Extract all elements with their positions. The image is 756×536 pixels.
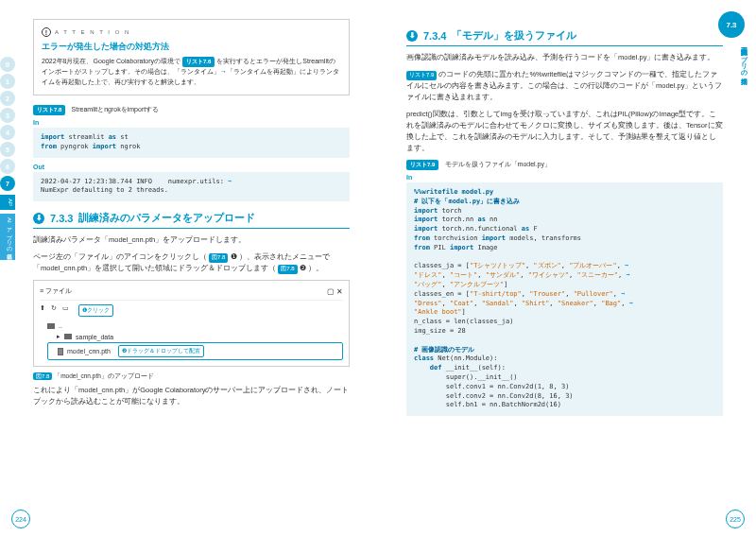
para: 訓練済みパラメータ「model_cnn.pth」をアップロードします。 [33, 234, 350, 246]
attention-box: ! A T T E N T I O N エラーが発生した場合の対処方法 2022… [33, 19, 350, 95]
folder-icon [64, 334, 72, 339]
section-name: 「モデル」を扱うファイル [452, 28, 576, 43]
upload-icon[interactable]: ⬆ [40, 304, 45, 317]
nav-dot: 1 [0, 74, 15, 89]
section-num: 7.3.3 [50, 213, 73, 224]
file-panel-title: ≡ ファイル [40, 286, 72, 296]
text: ❶ [231, 252, 237, 261]
attention-body: 2022年8月現在、Google Colaboratoryの環境で リスト7.6… [42, 57, 341, 87]
code-block-output: 2022-04-27 12:23:38.744 INFO numexpr.uti… [33, 172, 350, 202]
attention-icon: ! [42, 27, 51, 37]
attention-title: エラーが発生した場合の対処方法 [42, 41, 341, 53]
attention-text: 2022年8月現在、Google Colaboratoryの環境で [42, 58, 180, 64]
list-tag: リスト7.9 [406, 160, 438, 170]
file-item[interactable]: ▸ sample_data [47, 331, 343, 342]
corner-badge: 7.3 [718, 11, 745, 38]
section-title: ⬇ 7.3.3 訓練済みのパラメータをアップロード [33, 211, 350, 229]
text: ❷ [300, 264, 306, 272]
nav-dot: 5 [0, 142, 15, 157]
para: これにより「model_cnn.pth」がGoogle Colaboratory… [33, 385, 350, 407]
nav-dot: 6 [0, 159, 15, 174]
file-toolbar: ⬆ ↻ ▭ ❶クリック [40, 304, 343, 317]
para: リスト7.9 のコードの先頭に置かれた%%writefileはマジックコマンドの… [406, 69, 723, 103]
section-icon: ⬇ [33, 213, 44, 224]
fig-ref: 図7.8 [278, 265, 297, 274]
file-item[interactable]: .. [47, 320, 343, 331]
nav-dot: 3 [0, 108, 15, 123]
attention-head: ! A T T E N T I O N [42, 27, 341, 37]
file-tree: .. ▸ sample_data model_cnn.pth ❷ドラッグ＆ドロッ… [40, 320, 343, 360]
fig-num: 図7.8 [33, 372, 52, 380]
side-tab-label: AIアプリの構築と公開 [0, 214, 15, 260]
callout: ❷ドラッグ＆ドロップして配置 [118, 345, 204, 357]
para: ページ左の「ファイル」のアイコンをクリックし（ 図7.8 ❶ ）、表示されたメニ… [33, 251, 350, 274]
out-label: Out [33, 164, 350, 170]
file-name: sample_data [76, 334, 113, 340]
refresh-icon[interactable]: ↻ [51, 304, 57, 317]
close-icon[interactable]: ▢ ✕ [327, 287, 343, 296]
file-item[interactable]: model_cnn.pth ❷ドラッグ＆ドロップして配置 [47, 342, 343, 360]
fig-ref: 図7.8 [209, 253, 228, 263]
in-label: In [406, 174, 723, 181]
para: predict()関数は、引数としてimgを受け取っていますが、これはPIL(P… [406, 109, 723, 154]
page-number: 225 [726, 510, 745, 528]
page-right: 7.3 画像認識アプリの構築 ⬇ 7.3.4 「モデル」を扱うファイル 画像認識… [378, 0, 756, 536]
text: ファイル [45, 287, 72, 294]
text: ページ左の「ファイル」のアイコンをクリックし（ [33, 252, 207, 261]
section-num: 7.3.4 [423, 30, 446, 42]
section-name: 訓練済みのパラメータをアップロード [78, 211, 255, 225]
file-icon [58, 348, 63, 355]
fig-text: 「model_cnn.pth」のアップロード [54, 372, 154, 379]
code-block-import: import streamlit as st from pyngrok impo… [33, 128, 350, 158]
nav-dot: 0 [0, 57, 15, 72]
code-block-model: %%writefile model.py # 以下を「model.py」に書き込… [406, 182, 723, 416]
file-name: model_cnn.pth [67, 348, 111, 354]
fig-caption: 図7.8 「model_cnn.pth」のアップロード [33, 372, 350, 381]
list-desc: Streamlitとngrokをimportする [72, 106, 160, 112]
section-icon: ⬇ [406, 30, 418, 42]
nav-dot: 4 [0, 125, 15, 140]
side-tab: AP [0, 195, 15, 210]
side-nav: 0 1 2 3 4 5 6 7 AP AIアプリの構築と公開 [0, 57, 15, 260]
list-tag: リスト7.8 [33, 105, 65, 115]
page-left: 0 1 2 3 4 5 6 7 AP AIアプリの構築と公開 ! A T T E… [0, 0, 378, 536]
para: 画像認識の訓練済みモデルを読み込み、予測を行うコードを「model.py」に書き… [406, 52, 723, 63]
listing-header: リスト7.8 Streamlitとngrokをimportする [33, 105, 350, 115]
mount-icon[interactable]: ▭ [62, 304, 69, 317]
page-number: 224 [11, 510, 30, 528]
list-desc: モデルを扱うファイル「model.py」 [445, 161, 551, 167]
listing-header: リスト7.9 モデルを扱うファイル「model.py」 [406, 160, 723, 170]
file-panel: ≡ ファイル ▢ ✕ ⬆ ↻ ▭ ❶クリック .. ▸ sample_data … [33, 280, 350, 367]
in-label: In [33, 119, 350, 126]
text: のコードの先頭に置かれた%%writefileはマジックコマンドの一種で、指定し… [406, 70, 722, 101]
nav-dot-active: 7 [0, 176, 15, 191]
file-name: .. [59, 322, 62, 329]
attention-label: A T T E N T I O N [55, 29, 130, 35]
callout: ❶クリック [78, 304, 113, 317]
side-label: 画像認識アプリの構築 [739, 43, 748, 73]
text: ）。 [308, 264, 323, 272]
list-ref: リスト7.9 [406, 71, 437, 80]
file-panel-head: ≡ ファイル ▢ ✕ [40, 286, 343, 301]
section-title: ⬇ 7.3.4 「モデル」を扱うファイル [406, 28, 723, 46]
list-ref-badge: リスト7.6 [182, 57, 215, 67]
folder-icon [47, 323, 55, 329]
nav-dot: 2 [0, 91, 15, 106]
